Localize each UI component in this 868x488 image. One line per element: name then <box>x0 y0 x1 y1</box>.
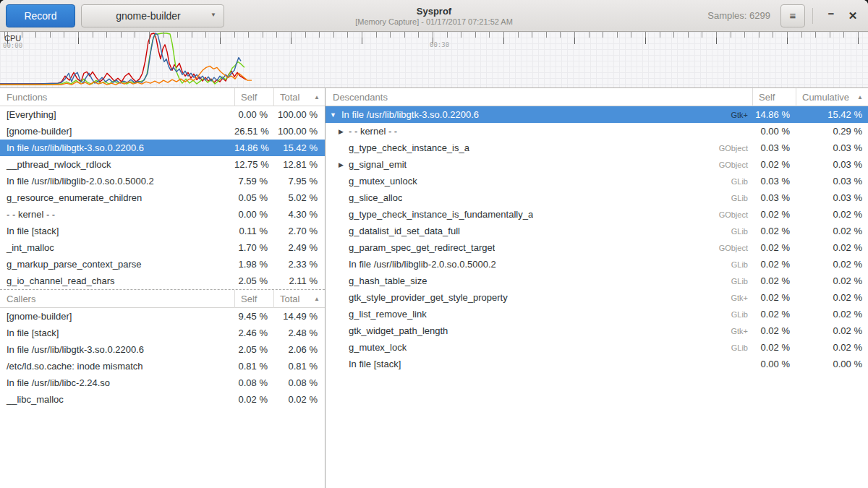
descendant-row[interactable]: In file /usr/lib/libglib-2.0.so.0.5000.2… <box>326 256 868 273</box>
function-total-percent: 12.81 % <box>273 159 325 170</box>
descendant-row[interactable]: ▶ - - kernel - - 0.00 % 0.29 % <box>326 123 868 140</box>
functions-total-label: Total <box>280 92 299 103</box>
function-row[interactable]: In file /usr/lib/libglib-2.0.so.0.5000.2… <box>0 173 325 189</box>
function-self-percent: 0.05 % <box>234 192 273 203</box>
descendant-cumulative-percent: 0.02 % <box>796 275 868 286</box>
function-row[interactable]: g_io_channel_read_chars 2.05 % 2.11 % <box>0 273 325 289</box>
functions-self-column-header[interactable]: Self <box>234 88 273 106</box>
function-row[interactable]: [gnome-builder] 26.51 % 100.00 % <box>0 123 325 140</box>
descendant-row[interactable]: g_mutex_unlock GLib 0.03 % 0.03 % <box>326 173 868 189</box>
descendant-self-percent: 0.02 % <box>752 342 796 353</box>
function-row[interactable]: [Everything] 0.00 % 100.00 % <box>0 106 325 123</box>
descendant-row[interactable]: g_hash_table_size GLib 0.02 % 0.02 % <box>326 273 868 289</box>
caller-total-percent: 0.81 % <box>273 361 325 372</box>
function-total-percent: 5.02 % <box>273 192 325 203</box>
callers-column-header[interactable]: Callers <box>0 290 234 308</box>
sysprof-window: Record gnome-builder ▼ Sysprof [Memory C… <box>0 0 868 488</box>
function-self-percent: 26.51 % <box>234 126 273 137</box>
library-tag: Gtk+ <box>731 111 752 119</box>
callers-rows: [gnome-builder] 9.45 % 14.49 % In file [… <box>0 308 325 408</box>
function-row[interactable]: __pthread_rwlock_rdlock 12.75 % 12.81 % <box>0 156 325 173</box>
descendant-self-percent: 0.02 % <box>752 275 796 286</box>
hamburger-icon: ≡ <box>790 9 796 22</box>
descendant-cumulative-percent: 0.02 % <box>796 342 868 353</box>
library-tag: Gtk+ <box>731 327 752 335</box>
caller-name: [gnome-builder] <box>0 311 234 322</box>
descendant-self-percent: 0.02 % <box>752 259 796 270</box>
function-total-percent: 100.00 % <box>273 109 325 120</box>
cpu-series-3 <box>0 33 241 84</box>
caller-row[interactable]: /etc/ld.so.cache: inode mismatch 0.81 % … <box>0 358 325 374</box>
descendant-cumulative-percent: 15.42 % <box>796 109 868 120</box>
function-self-percent: 0.00 % <box>234 209 273 220</box>
process-selector-dropdown[interactable]: gnome-builder ▼ <box>81 4 224 27</box>
descendants-column-header[interactable]: Descendants <box>326 88 752 106</box>
descendant-name: g_datalist_id_set_data_full <box>349 226 460 236</box>
menu-button[interactable]: ≡ <box>780 4 805 27</box>
function-row[interactable]: In file /usr/lib/libgtk-3.so.0.2200.6 14… <box>0 140 325 156</box>
function-row[interactable]: In file [stack] 0.11 % 2.70 % <box>0 223 325 239</box>
functions-table: Functions Self Total ▲ [Everything] 0.00… <box>0 88 325 289</box>
descendant-cumulative-percent: 0.02 % <box>796 325 868 336</box>
function-total-percent: 15.42 % <box>273 142 325 153</box>
caller-row[interactable]: In file [stack] 2.46 % 2.48 % <box>0 325 325 341</box>
function-self-percent: 7.59 % <box>234 176 273 187</box>
descendants-cumulative-column-header[interactable]: Cumulative ▲ <box>796 88 868 106</box>
headerbar-separator <box>812 8 813 24</box>
function-row[interactable]: _int_malloc 1.70 % 2.49 % <box>0 239 325 256</box>
caller-name: In file /usr/lib/libgtk-3.so.0.2200.6 <box>0 344 234 355</box>
descendant-row[interactable]: ▶ g_signal_emit GObject 0.02 % 0.03 % <box>326 156 868 173</box>
descendant-row[interactable]: ▼ In file /usr/lib/libgtk-3.so.0.2200.6 … <box>326 106 868 123</box>
minimize-icon: − <box>828 7 835 20</box>
time-label-mid: 00:30 <box>430 41 449 48</box>
caller-total-percent: 2.48 % <box>273 328 325 338</box>
window-title: Sysprof <box>417 6 451 17</box>
descendant-row[interactable]: gtk_style_provider_get_style_property Gt… <box>326 289 868 306</box>
expander-icon[interactable]: ▼ <box>330 111 341 119</box>
descendant-cumulative-percent: 0.02 % <box>796 259 868 270</box>
callers-self-column-header[interactable]: Self <box>234 290 273 308</box>
record-button[interactable]: Record <box>6 4 75 27</box>
function-total-percent: 2.70 % <box>273 226 325 236</box>
function-row[interactable]: - - kernel - - 0.00 % 4.30 % <box>0 206 325 223</box>
function-name: _int_malloc <box>0 242 234 253</box>
descendant-self-percent: 0.02 % <box>752 325 796 336</box>
descendant-row[interactable]: g_type_check_instance_is_a GObject 0.03 … <box>326 140 868 156</box>
descendant-cumulative-percent: 0.02 % <box>796 242 868 253</box>
descendant-name: In file [stack] <box>349 359 401 369</box>
descendant-cumulative-percent: 0.03 % <box>796 142 868 153</box>
callers-total-column-header[interactable]: Total ▲ <box>273 290 325 308</box>
caller-row[interactable]: [gnome-builder] 9.45 % 14.49 % <box>0 308 325 325</box>
descendant-row[interactable]: g_mutex_lock GLib 0.02 % 0.02 % <box>326 339 868 356</box>
functions-column-header[interactable]: Functions <box>0 88 234 106</box>
expander-icon[interactable]: ▶ <box>339 128 349 135</box>
descendant-self-percent: 0.03 % <box>752 142 796 153</box>
descendant-name: g_mutex_unlock <box>349 176 417 187</box>
function-row[interactable]: g_markup_parse_context_parse 1.98 % 2.33… <box>0 256 325 273</box>
descendant-row[interactable]: In file [stack] 0.00 % 0.00 % <box>326 356 868 372</box>
descendant-row[interactable]: gtk_widget_path_length Gtk+ 0.02 % 0.02 … <box>326 322 868 339</box>
functions-total-column-header[interactable]: Total ▲ <box>273 88 325 106</box>
caller-row[interactable]: __libc_malloc 0.02 % 0.02 % <box>0 391 325 408</box>
minimize-button[interactable]: − <box>820 5 842 27</box>
caller-row[interactable]: In file /usr/lib/libgtk-3.so.0.2200.6 2.… <box>0 341 325 358</box>
expander-icon[interactable]: ▶ <box>339 161 349 168</box>
descendant-self-percent: 0.00 % <box>752 359 796 369</box>
close-button[interactable]: ✕ <box>842 5 864 27</box>
descendant-cumulative-percent: 0.29 % <box>796 126 868 137</box>
library-tag: GLib <box>731 194 752 202</box>
descendant-row[interactable]: g_type_check_instance_is_fundamentally_a… <box>326 206 868 223</box>
cpu-graph[interactable]: CPU 00:00 00:30 <box>0 32 868 88</box>
descendant-row[interactable]: g_param_spec_get_redirect_target GObject… <box>326 239 868 256</box>
caller-self-percent: 2.46 % <box>234 328 273 338</box>
function-name: - - kernel - - <box>0 209 234 220</box>
function-row[interactable]: g_resource_enumerate_children 0.05 % 5.0… <box>0 189 325 206</box>
descendant-row[interactable]: g_list_remove_link GLib 0.02 % 0.02 % <box>326 306 868 322</box>
caller-total-percent: 2.06 % <box>273 344 325 355</box>
descendant-row[interactable]: g_datalist_id_set_data_full GLib 0.02 % … <box>326 223 868 239</box>
descendants-self-column-header[interactable]: Self <box>752 88 796 106</box>
descendant-row[interactable]: g_slice_alloc GLib 0.03 % 0.03 % <box>326 189 868 206</box>
caller-row[interactable]: In file /usr/lib/libc-2.24.so 0.08 % 0.0… <box>0 374 325 391</box>
descendant-name: g_signal_emit <box>349 159 407 170</box>
descendant-name: gtk_style_provider_get_style_property <box>349 292 508 303</box>
